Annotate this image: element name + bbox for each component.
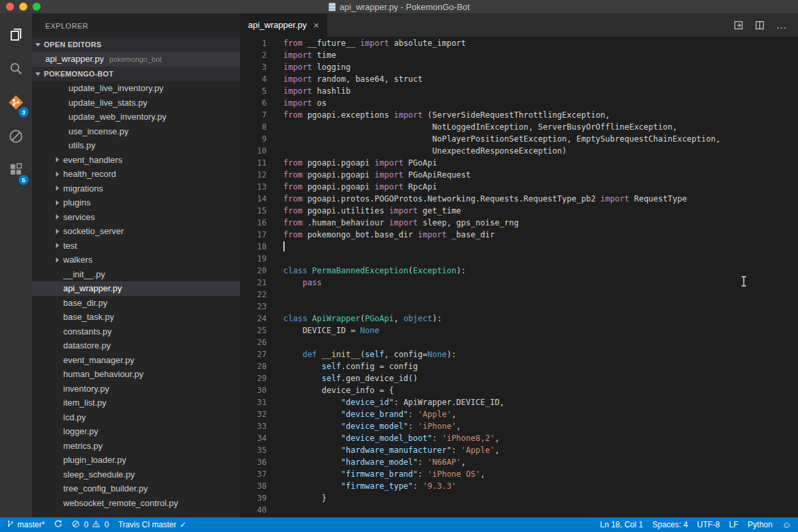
tree-file-logger.py[interactable]: logger.py <box>32 424 240 439</box>
code-line-22[interactable]: 22 <box>240 289 798 301</box>
activity-git-button[interactable]: 3 <box>0 86 32 120</box>
code-line-21[interactable]: 21 pass <box>240 277 798 289</box>
tree-file-event_manager.py[interactable]: event_manager.py <box>32 353 240 368</box>
tree-file-__init__.py[interactable]: __init__.py <box>32 267 240 282</box>
code-line-20[interactable]: 20class PermaBannedException(Exception): <box>240 265 798 277</box>
code-line-2[interactable]: 2import time <box>240 49 798 61</box>
activity-explorer-button[interactable] <box>0 19 32 53</box>
tree-file-sleep_schedule.py[interactable]: sleep_schedule.py <box>32 467 240 482</box>
sync-button[interactable] <box>54 519 63 530</box>
tree-file-constants.py[interactable]: constants.py <box>32 325 240 339</box>
chevron-right-icon <box>56 214 59 219</box>
open-editors-header[interactable]: OPEN EDITORS <box>32 37 240 52</box>
problems-indicator[interactable]: 0 0 <box>72 520 108 530</box>
git-branch-indicator[interactable]: master* <box>7 519 45 530</box>
code-line-23[interactable]: 23 <box>240 301 798 313</box>
activity-extensions-button[interactable]: 5 <box>0 154 32 188</box>
tree-file-websocket_remote_control.py[interactable]: websocket_remote_control.py <box>32 496 240 511</box>
code-line-17[interactable]: 17from pokemongo_bot.base_dir import _ba… <box>240 229 798 241</box>
tree-file-item_list.py[interactable]: item_list.py <box>32 396 240 410</box>
tree-file-human_behaviour.py[interactable]: human_behaviour.py <box>32 367 240 382</box>
code-line-19[interactable]: 19 <box>240 253 798 265</box>
tab-api-wrapper[interactable]: api_wrapper.py × <box>240 13 327 37</box>
activity-search-button[interactable] <box>0 53 32 86</box>
code-line-14[interactable]: 14from pgoapi.protos.POGOProtos.Networki… <box>240 193 798 205</box>
tree-file-datastore.py[interactable]: datastore.py <box>32 338 240 353</box>
tree-folder-walkers[interactable]: walkers <box>32 253 240 267</box>
tree-file-base_task.py[interactable]: base_task.py <box>32 310 240 325</box>
open-changes-icon[interactable] <box>733 20 744 31</box>
code-line-27[interactable]: 27 def __init__(self, config=None): <box>240 348 798 360</box>
code-line-24[interactable]: 24class ApiWrapper(PGoApi, object): <box>240 313 798 325</box>
code-line-35[interactable]: 35 "hardware_manufacturer": 'Apple', <box>240 444 798 456</box>
tree-folder-socketio_server[interactable]: socketio_server <box>32 224 240 239</box>
tree-file-api_wrapper.py[interactable]: api_wrapper.py <box>32 281 240 296</box>
code-line-40[interactable]: 40 <box>240 504 798 516</box>
tree-folder-migrations[interactable]: migrations <box>32 182 240 196</box>
code-line-38[interactable]: 38 "firmware_type": '9.3.3' <box>240 480 798 492</box>
code-line-7[interactable]: 7from pgoapi.exceptions import (ServerSi… <box>240 109 798 121</box>
code-line-1[interactable]: 1from __future__ import absolute_import <box>240 37 798 49</box>
code-line-30[interactable]: 30 device_info = { <box>240 384 798 396</box>
travis-ci-status[interactable]: Travis CI master ✓ <box>118 520 187 529</box>
code-line-8[interactable]: 8 NotLoggedInException, ServerBusyOrOffl… <box>240 121 798 133</box>
code-line-31[interactable]: 31 "device_id": ApiWrapper.DEVICE_ID, <box>240 396 798 408</box>
code-line-41[interactable]: 41 PGoApi.__init__(self, device_info=dev… <box>240 516 798 517</box>
tree-file-lcd.py[interactable]: lcd.py <box>32 410 240 425</box>
close-window-button[interactable] <box>6 3 14 11</box>
cursor-position[interactable]: Ln 18, Col 1 <box>600 520 643 529</box>
zoom-window-button[interactable] <box>33 3 41 11</box>
code-line-34[interactable]: 34 "device_model_boot": 'iPhone8,2', <box>240 432 798 444</box>
tree-folder-event_handlers[interactable]: event_handlers <box>32 153 240 168</box>
eol-indicator[interactable]: LF <box>729 520 738 529</box>
code-line-18[interactable]: 18 <box>240 241 798 253</box>
code-editor[interactable]: 1from __future__ import absolute_import2… <box>240 37 798 517</box>
code-line-37[interactable]: 37 "firmware_brand": 'iPhone OS', <box>240 468 798 480</box>
encoding-indicator[interactable]: UTF-8 <box>697 520 720 529</box>
code-line-9[interactable]: 9 NoPlayerPositionSetException, EmptySub… <box>240 133 798 145</box>
code-line-12[interactable]: 12from pgoapi.pgoapi import PGoApiReques… <box>240 169 798 181</box>
tree-file-update_live_stats.py[interactable]: update_live_stats.py <box>32 96 240 110</box>
minimize-window-button[interactable] <box>19 3 27 11</box>
close-tab-icon[interactable]: × <box>313 20 319 30</box>
tree-folder-plugins[interactable]: plugins <box>32 196 240 210</box>
more-actions-icon[interactable]: … <box>776 19 787 31</box>
tree-folder-services[interactable]: services <box>32 210 240 225</box>
language-indicator[interactable]: Python <box>747 520 772 529</box>
code-line-6[interactable]: 6import os <box>240 97 798 109</box>
code-line-3[interactable]: 3import logging <box>240 61 798 73</box>
tree-folder-test[interactable]: test <box>32 239 240 253</box>
code-line-36[interactable]: 36 "hardware_model": 'N66AP', <box>240 456 798 468</box>
code-line-28[interactable]: 28 self.config = config <box>240 360 798 372</box>
tree-file-base_dir.py[interactable]: base_dir.py <box>32 296 240 311</box>
code-line-33[interactable]: 33 "device_model": 'iPhone', <box>240 420 798 432</box>
folder-section-header[interactable]: POKEMONGO-BOT <box>32 66 240 81</box>
tree-file-tree_config_builder.py[interactable]: tree_config_builder.py <box>32 481 240 496</box>
feedback-smiley-icon[interactable]: ☺ <box>782 520 791 529</box>
open-editor-item[interactable]: api_wrapper.py pokemongo_bot <box>32 52 240 66</box>
split-editor-icon[interactable] <box>755 20 765 31</box>
tree-file-update_web_inventory.py[interactable]: update_web_inventory.py <box>32 110 240 124</box>
tree-folder-health_record[interactable]: health_record <box>32 167 240 182</box>
code-line-16[interactable]: 16from .human_behaviour import sleep, gp… <box>240 217 798 229</box>
code-line-10[interactable]: 10 UnexpectedResponseException) <box>240 145 798 157</box>
indentation-indicator[interactable]: Spaces: 4 <box>652 520 688 529</box>
code-line-11[interactable]: 11from pgoapi.pgoapi import PGoApi <box>240 157 798 169</box>
code-line-39[interactable]: 39 } <box>240 492 798 504</box>
code-line-5[interactable]: 5import hashlib <box>240 85 798 97</box>
tree-file-metrics.py[interactable]: metrics.py <box>32 439 240 454</box>
activity-debug-button[interactable] <box>0 120 32 154</box>
tree-file-update_live_inventory.py[interactable]: update_live_inventory.py <box>32 81 240 96</box>
code-line-4[interactable]: 4import random, base64, struct <box>240 73 798 85</box>
code-line-25[interactable]: 25 DEVICE_ID = None <box>240 325 798 336</box>
code-line-13[interactable]: 13from pgoapi.pgoapi import RpcApi <box>240 181 798 193</box>
tree-file-plugin_loader.py[interactable]: plugin_loader.py <box>32 453 240 467</box>
tree-file-utils.py[interactable]: utils.py <box>32 138 240 153</box>
code-line-32[interactable]: 32 "device_brand": 'Apple', <box>240 408 798 420</box>
code-text: "hardware_manufacturer": 'Apple', <box>267 444 499 456</box>
tree-file-use_incense.py[interactable]: use_incense.py <box>32 124 240 139</box>
tree-file-inventory.py[interactable]: inventory.py <box>32 382 240 396</box>
code-line-29[interactable]: 29 self.gen_device_id() <box>240 372 798 384</box>
code-line-15[interactable]: 15from pgoapi.utilities import get_time <box>240 205 798 217</box>
code-line-26[interactable]: 26 <box>240 336 798 348</box>
